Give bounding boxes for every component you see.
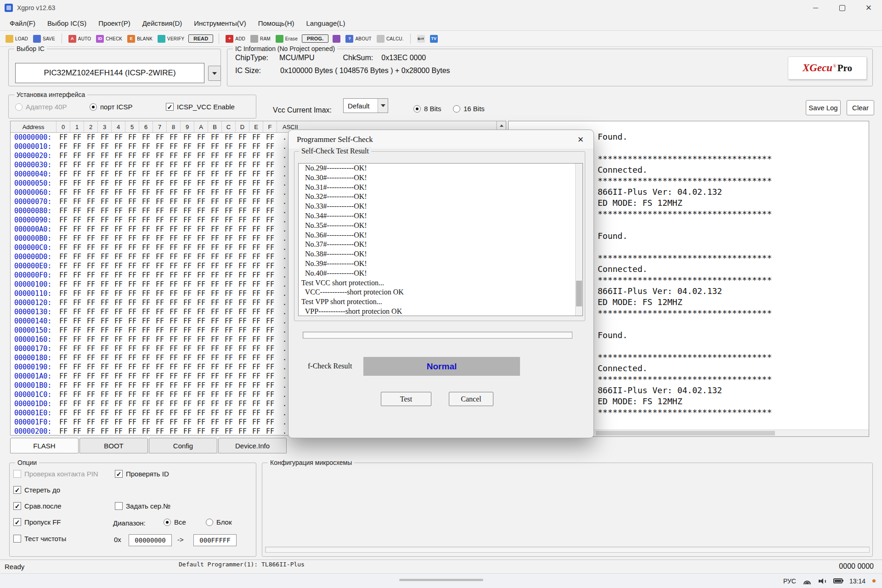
hex-byte-cell[interactable]: FF bbox=[208, 381, 222, 390]
hex-byte-cell[interactable]: FF bbox=[112, 299, 125, 307]
hex-byte-cell[interactable]: FF bbox=[167, 179, 181, 187]
hex-byte-cell[interactable]: FF bbox=[125, 308, 139, 316]
hex-byte-cell[interactable]: FF bbox=[139, 198, 153, 206]
hex-byte-cell[interactable]: FF bbox=[112, 354, 125, 362]
hex-byte-cell[interactable]: FF bbox=[208, 170, 222, 178]
hex-byte-cell[interactable]: FF bbox=[112, 262, 125, 270]
hex-byte-cell[interactable]: FF bbox=[84, 418, 98, 426]
hex-byte-cell[interactable]: FF bbox=[222, 271, 236, 279]
hex-byte-cell[interactable]: FF bbox=[70, 152, 84, 160]
hex-byte-cell[interactable]: FF bbox=[98, 354, 112, 362]
hex-byte-cell[interactable]: FF bbox=[84, 207, 98, 215]
hex-byte-cell[interactable]: FF bbox=[263, 381, 277, 390]
hex-byte-cell[interactable]: FF bbox=[167, 308, 181, 316]
hex-byte-cell[interactable]: FF bbox=[139, 142, 153, 151]
hex-byte-cell[interactable]: FF bbox=[236, 225, 249, 233]
hex-byte-cell[interactable]: FF bbox=[57, 207, 70, 215]
hex-byte-cell[interactable]: FF bbox=[57, 142, 70, 151]
erase-button[interactable]: Erase bbox=[275, 34, 299, 44]
hex-byte-cell[interactable]: FF bbox=[125, 161, 139, 169]
menu-project[interactable]: Проект(P) bbox=[92, 16, 136, 30]
hex-byte-cell[interactable]: FF bbox=[222, 372, 236, 380]
hex-byte-cell[interactable]: FF bbox=[167, 271, 181, 279]
hex-byte-cell[interactable]: FF bbox=[112, 152, 125, 160]
hex-byte-cell[interactable]: FF bbox=[98, 326, 112, 334]
wifi-icon[interactable] bbox=[803, 578, 811, 584]
battery-icon[interactable] bbox=[833, 578, 842, 583]
adapter-40p-radio[interactable]: Адаптер 40P bbox=[15, 103, 67, 111]
hex-byte-cell[interactable]: FF bbox=[84, 335, 98, 344]
hex-byte-cell[interactable]: FF bbox=[222, 216, 236, 224]
hex-byte-cell[interactable]: FF bbox=[57, 243, 70, 252]
hex-byte-cell[interactable]: FF bbox=[181, 299, 194, 307]
hex-byte-cell[interactable]: FF bbox=[167, 345, 181, 353]
hex-byte-cell[interactable]: FF bbox=[57, 372, 70, 380]
hex-byte-cell[interactable]: FF bbox=[236, 207, 249, 215]
hex-byte-cell[interactable]: FF bbox=[236, 345, 249, 353]
hex-byte-cell[interactable]: FF bbox=[98, 345, 112, 353]
hex-byte-cell[interactable]: FF bbox=[263, 326, 277, 334]
hex-byte-cell[interactable]: FF bbox=[98, 262, 112, 270]
hex-byte-cell[interactable]: FF bbox=[208, 400, 222, 408]
hex-byte-cell[interactable]: FF bbox=[167, 198, 181, 206]
range-all-radio[interactable]: Все bbox=[164, 518, 186, 526]
hex-byte-cell[interactable]: FF bbox=[112, 243, 125, 252]
hex-byte-cell[interactable]: FF bbox=[98, 400, 112, 408]
hex-byte-cell[interactable]: FF bbox=[98, 335, 112, 344]
hex-byte-cell[interactable]: FF bbox=[194, 299, 208, 307]
volume-icon[interactable] bbox=[818, 578, 826, 584]
hex-byte-cell[interactable]: FF bbox=[222, 207, 236, 215]
hex-byte-cell[interactable]: FF bbox=[236, 354, 249, 362]
hex-byte-cell[interactable]: FF bbox=[208, 188, 222, 197]
hex-byte-cell[interactable]: FF bbox=[57, 289, 70, 298]
hex-byte-cell[interactable]: FF bbox=[263, 317, 277, 325]
hex-byte-cell[interactable]: FF bbox=[70, 308, 84, 316]
hex-byte-cell[interactable]: FF bbox=[167, 418, 181, 426]
hex-byte-cell[interactable]: FF bbox=[249, 179, 263, 187]
hex-byte-cell[interactable]: FF bbox=[167, 280, 181, 288]
pinmap-button[interactable] bbox=[332, 34, 341, 44]
hex-byte-cell[interactable]: FF bbox=[112, 317, 125, 325]
logic-test-button[interactable]: B>Y bbox=[416, 34, 426, 44]
hex-byte-cell[interactable]: FF bbox=[263, 308, 277, 316]
hex-byte-cell[interactable]: FF bbox=[112, 179, 125, 187]
hex-byte-cell[interactable]: FF bbox=[222, 161, 236, 169]
save-log-button[interactable]: Save Log bbox=[806, 100, 841, 115]
hex-byte-cell[interactable]: FF bbox=[153, 207, 167, 215]
hex-byte-cell[interactable]: FF bbox=[236, 253, 249, 261]
hex-byte-cell[interactable]: FF bbox=[222, 170, 236, 178]
hex-byte-cell[interactable]: FF bbox=[263, 372, 277, 380]
hex-byte-cell[interactable]: FF bbox=[167, 170, 181, 178]
hex-byte-cell[interactable]: FF bbox=[222, 188, 236, 197]
hex-byte-cell[interactable]: FF bbox=[208, 179, 222, 187]
hex-byte-cell[interactable]: FF bbox=[222, 381, 236, 390]
hex-byte-cell[interactable]: FF bbox=[98, 271, 112, 279]
hex-byte-cell[interactable]: FF bbox=[57, 198, 70, 206]
self-check-result-list[interactable]: No.29#-----------OK! No.30#-----------OK… bbox=[298, 163, 583, 316]
hex-byte-cell[interactable]: FF bbox=[112, 390, 125, 399]
hex-byte-cell[interactable]: FF bbox=[208, 280, 222, 288]
hex-byte-cell[interactable]: FF bbox=[84, 372, 98, 380]
hex-byte-cell[interactable]: FF bbox=[139, 372, 153, 380]
hex-byte-cell[interactable]: FF bbox=[181, 381, 194, 390]
hex-byte-cell[interactable]: FF bbox=[208, 216, 222, 224]
hex-byte-cell[interactable]: FF bbox=[153, 198, 167, 206]
hex-byte-cell[interactable]: FF bbox=[139, 280, 153, 288]
hex-byte-cell[interactable]: FF bbox=[167, 262, 181, 270]
hex-byte-cell[interactable]: FF bbox=[236, 299, 249, 307]
hex-byte-cell[interactable]: FF bbox=[181, 225, 194, 233]
hex-byte-cell[interactable]: FF bbox=[208, 308, 222, 316]
hex-byte-cell[interactable]: FF bbox=[153, 234, 167, 243]
hex-byte-cell[interactable]: FF bbox=[263, 243, 277, 252]
scrollbar-thumb[interactable] bbox=[596, 431, 775, 435]
ic-select-combo[interactable]: PIC32MZ1024EFH144 (ICSP-2WIRE) bbox=[15, 63, 204, 83]
ram-button[interactable]: RAM bbox=[249, 34, 271, 44]
hex-byte-cell[interactable]: FF bbox=[98, 207, 112, 215]
hex-byte-cell[interactable]: FF bbox=[139, 326, 153, 334]
hex-byte-cell[interactable]: FF bbox=[125, 400, 139, 408]
hex-byte-cell[interactable]: FF bbox=[222, 308, 236, 316]
calc-button[interactable]: CALCU. bbox=[376, 34, 405, 44]
hex-byte-cell[interactable]: FF bbox=[181, 152, 194, 160]
menu-help[interactable]: Помощь(H) bbox=[252, 16, 300, 30]
hex-byte-cell[interactable]: FF bbox=[222, 152, 236, 160]
